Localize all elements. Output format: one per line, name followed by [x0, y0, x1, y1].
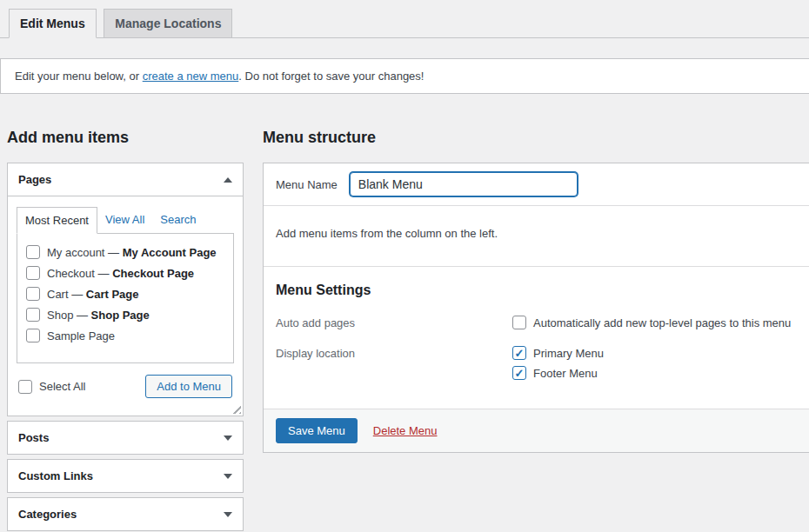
primary-menu-checkbox[interactable]	[512, 346, 526, 360]
menu-body: Add menu items from the column on the le…	[264, 206, 809, 267]
display-location-label: Display location	[276, 346, 512, 360]
footer-menu-checkbox[interactable]	[512, 366, 526, 380]
page-checkbox[interactable]	[26, 245, 40, 259]
pages-checklist: My account — My Account Page Checkout — …	[17, 233, 234, 363]
page-item-label: Sample Page	[47, 329, 115, 342]
chevron-down-icon	[224, 474, 232, 479]
auto-add-pages-option[interactable]: Automatically add new top-level pages to…	[512, 316, 791, 329]
pages-subtabs: Most Recent View All Search	[17, 207, 234, 234]
pages-panel: Pages Most Recent View All Search My acc…	[7, 163, 244, 416]
menu-structure-title: Menu structure	[263, 129, 809, 147]
empty-menu-hint: Add menu items from the column on the le…	[276, 227, 806, 240]
footer-menu-label: Footer Menu	[533, 367, 598, 380]
add-to-menu-button[interactable]: Add to Menu	[145, 375, 232, 398]
auto-add-pages-field: Automatically add new top-level pages to…	[512, 316, 791, 336]
add-menu-items-title: Add menu items	[7, 129, 244, 147]
page-checkbox[interactable]	[26, 329, 40, 342]
posts-panel: Posts	[7, 421, 244, 455]
categories-panel-header[interactable]: Categories	[8, 498, 243, 530]
menu-edit-box: Menu Name Add menu items from the column…	[263, 163, 809, 453]
save-menu-button[interactable]: Save Menu	[276, 418, 358, 443]
custom-links-panel-header[interactable]: Custom Links	[8, 460, 243, 492]
select-all-checkbox[interactable]	[18, 380, 32, 394]
location-primary-menu[interactable]: Primary Menu	[512, 346, 604, 360]
page-item-label: Shop —	[47, 309, 91, 322]
pages-panel-body: Most Recent View All Search My account —…	[8, 207, 243, 416]
posts-panel-header[interactable]: Posts	[8, 422, 243, 454]
categories-panel-title: Categories	[18, 508, 77, 521]
page-list-item[interactable]: Shop — Shop Page	[17, 304, 233, 325]
page-list-item[interactable]: My account — My Account Page	[17, 242, 233, 263]
nav-tab-bar: Edit Menus Manage Locations	[0, 0, 809, 38]
page-checkbox[interactable]	[26, 308, 40, 322]
pages-panel-title: Pages	[18, 173, 51, 186]
menu-name-label: Menu Name	[276, 178, 338, 191]
primary-menu-label: Primary Menu	[533, 347, 604, 360]
page-item-label: Cart —	[47, 288, 86, 301]
menu-name-row: Menu Name	[264, 163, 809, 206]
auto-add-pages-label: Auto add pages	[276, 316, 512, 329]
custom-links-panel: Custom Links	[7, 459, 244, 493]
page-item-label: My account —	[47, 246, 123, 259]
tab-search[interactable]: Search	[152, 207, 204, 234]
page-item-state: Cart Page	[86, 288, 139, 301]
create-new-menu-link[interactable]: create a new menu	[143, 70, 239, 83]
page-list-item[interactable]: Sample Page	[17, 325, 233, 346]
menu-settings-title: Menu Settings	[276, 283, 806, 298]
select-all[interactable]: Select All	[18, 380, 85, 394]
add-menu-items-column: Add menu items Pages Most Recent View Al…	[7, 129, 244, 532]
custom-links-panel-title: Custom Links	[18, 469, 93, 482]
chevron-up-icon	[224, 177, 232, 183]
location-footer-menu[interactable]: Footer Menu	[512, 366, 604, 380]
notice-bar: Edit your menu below, or create a new me…	[0, 58, 809, 94]
auto-add-pages-checkbox[interactable]	[512, 316, 526, 329]
tab-most-recent[interactable]: Most Recent	[17, 207, 97, 234]
menu-structure-column: Menu structure Menu Name Add menu items …	[263, 129, 809, 532]
notice-text-after: . Do not forget to save your changes!	[238, 70, 424, 83]
display-location-field: Primary Menu Footer Menu	[512, 346, 604, 386]
menu-settings-section: Menu Settings Auto add pages Automatical…	[264, 267, 809, 409]
pages-panel-actions: Select All Add to Menu	[17, 375, 234, 398]
delete-menu-link[interactable]: Delete Menu	[373, 424, 438, 437]
tab-view-all[interactable]: View All	[97, 207, 152, 234]
tab-edit-menus[interactable]: Edit Menus	[9, 9, 97, 38]
tab-manage-locations[interactable]: Manage Locations	[104, 9, 232, 38]
auto-add-pages-option-label: Automatically add new top-level pages to…	[533, 316, 791, 329]
menu-name-input[interactable]	[350, 172, 578, 196]
page-checkbox[interactable]	[26, 287, 40, 301]
page-item-state: Checkout Page	[112, 267, 194, 280]
page-item-state: Shop Page	[91, 309, 150, 322]
chevron-down-icon	[224, 436, 232, 441]
menu-footer: Save Menu Delete Menu	[264, 409, 809, 452]
auto-add-pages-row: Auto add pages Automatically add new top…	[276, 316, 806, 336]
page-item-label: Checkout —	[47, 267, 112, 280]
page-list-item[interactable]: Cart — Cart Page	[17, 283, 233, 304]
select-all-label: Select All	[39, 380, 85, 393]
notice-text-before: Edit your menu below, or	[15, 70, 143, 83]
page-item-state: My Account Page	[123, 246, 217, 259]
page-checkbox[interactable]	[26, 266, 40, 280]
posts-panel-title: Posts	[18, 431, 49, 444]
chevron-down-icon	[224, 512, 232, 517]
pages-panel-header[interactable]: Pages	[8, 163, 243, 196]
content-columns: Add menu items Pages Most Recent View Al…	[0, 129, 809, 532]
categories-panel: Categories	[7, 497, 244, 531]
page-list-item[interactable]: Checkout — Checkout Page	[17, 263, 233, 283]
display-location-row: Display location Primary Menu Footer Men…	[276, 346, 806, 386]
